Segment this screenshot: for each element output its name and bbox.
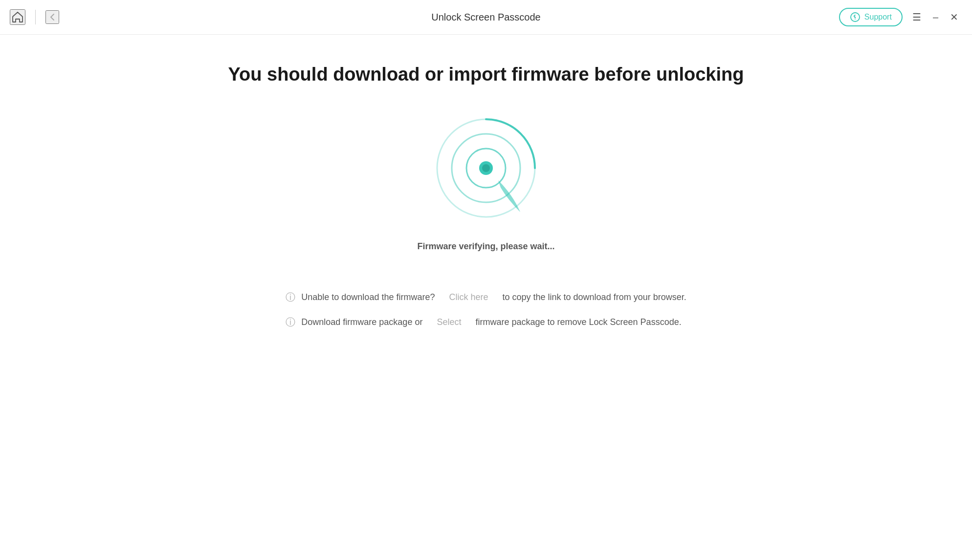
back-icon	[46, 11, 58, 23]
page-heading: You should download or import firmware b…	[228, 64, 744, 85]
menu-button[interactable]: ☰	[908, 9, 925, 25]
home-button[interactable]	[10, 9, 25, 25]
support-button[interactable]: Support	[839, 8, 903, 26]
title-bar-right: Support ☰ – ✕	[839, 8, 962, 26]
svg-point-6	[482, 164, 490, 172]
hint-row-2: ⓘ Download firmware package or Select fi…	[286, 316, 686, 329]
back-button[interactable]	[45, 10, 59, 24]
main-content: You should download or import firmware b…	[0, 35, 972, 329]
support-label: Support	[864, 13, 892, 22]
svg-point-1	[855, 19, 856, 20]
support-icon	[850, 12, 861, 22]
radar-animation	[432, 114, 540, 222]
close-button[interactable]: ✕	[946, 9, 962, 25]
title-bar-left	[10, 9, 59, 25]
hint-link-1[interactable]: Click here	[449, 292, 488, 302]
title-bar: Unlock Screen Passcode Support ☰ – ✕	[0, 0, 972, 35]
minimize-button[interactable]: –	[929, 10, 942, 25]
window-controls: ☰ – ✕	[908, 9, 962, 25]
hint-row-1: ⓘ Unable to download the firmware? Click…	[286, 291, 686, 304]
hint-text-2a: Download firmware package or	[301, 317, 422, 327]
hint-icon-1: ⓘ	[286, 291, 295, 304]
home-icon	[11, 10, 24, 24]
divider	[35, 10, 36, 24]
hint-text-1a: Unable to download the firmware?	[301, 292, 435, 302]
hint-text-2b: firmware package to remove Lock Screen P…	[475, 317, 681, 327]
status-text: Firmware verifying, please wait...	[417, 241, 554, 252]
hints-section: ⓘ Unable to download the firmware? Click…	[90, 291, 882, 329]
page-title-bar: Unlock Screen Passcode	[431, 12, 540, 23]
hint-link-2[interactable]: Select	[437, 317, 461, 327]
hint-text-1b: to copy the link to download from your b…	[503, 292, 686, 302]
title-text: Unlock Screen Passcode	[431, 12, 540, 22]
hint-icon-2: ⓘ	[286, 316, 295, 329]
